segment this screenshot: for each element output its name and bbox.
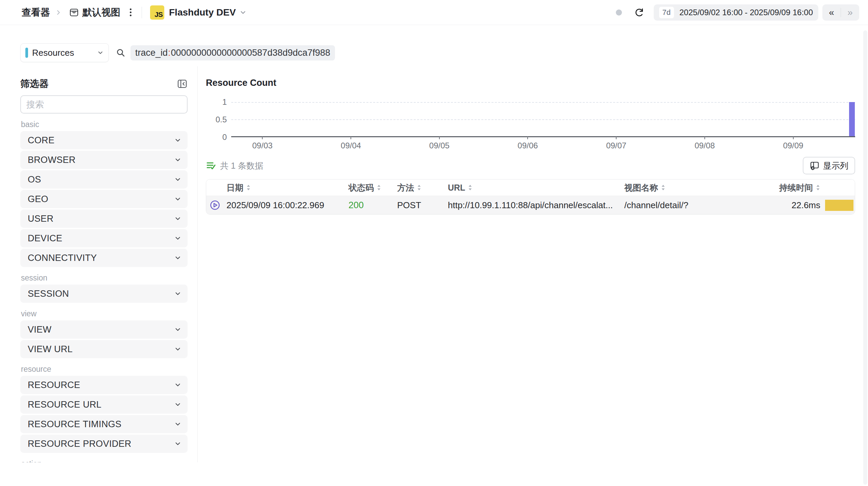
chart-title: Resource Count <box>206 78 855 89</box>
chevron-down-icon <box>174 345 182 353</box>
column-label: URL <box>448 183 465 193</box>
filter-accordion-core[interactable]: CORE <box>20 131 188 149</box>
accordion-label: RESOURCE TIMINGS <box>28 419 121 430</box>
column-label: 持续时间 <box>779 182 813 193</box>
column-header-duration[interactable]: 持续时间 <box>767 182 822 193</box>
table-header: 日期 状态码 方法 URL 视图名称 持续时间 <box>206 179 855 196</box>
chevron-down-icon <box>174 440 182 447</box>
column-label: 状态码 <box>348 182 374 193</box>
column-header-status[interactable]: 状态码 <box>346 182 394 193</box>
scope-color-bar <box>25 48 28 58</box>
filters-sidebar: 筛选器 basic CORE BROWSER OS GEO USER DEVIC… <box>0 66 198 462</box>
display-columns-button[interactable]: 显示列 <box>803 157 855 174</box>
filters-title: 筛选器 <box>20 77 49 90</box>
accordion-label: RESOURCE <box>28 380 80 390</box>
filter-accordion-resource[interactable]: RESOURCE <box>20 376 188 394</box>
accordion-label: GEO <box>28 194 48 204</box>
scope-select[interactable]: Resources <box>20 43 109 62</box>
session-replay-play-icon[interactable] <box>206 200 224 210</box>
accordion-label: RESOURCE PROVIDER <box>28 439 131 449</box>
app-selector[interactable]: Flashduty DEV <box>169 7 236 18</box>
search-token-trace-id[interactable]: trace_id:0000000000000000587d38d9dca7f98… <box>130 45 335 60</box>
chart-plot[interactable]: 09/03 09/04 09/05 09/06 09/07 09/08 09/0… <box>231 102 855 137</box>
chevron-down-icon <box>174 215 182 222</box>
app-chevron-down-icon[interactable] <box>239 9 247 16</box>
filter-accordion-session[interactable]: SESSION <box>20 285 188 303</box>
refresh-icon[interactable] <box>633 7 645 18</box>
filter-accordion-resource-url[interactable]: RESOURCE URL <box>20 395 188 414</box>
filter-group-label-resource: resource <box>21 365 188 373</box>
page-scrollbar[interactable] <box>863 30 867 485</box>
result-count-text: 共 1 条数据 <box>220 160 263 171</box>
accordion-label: BROWSER <box>28 155 76 165</box>
resource-count-chart: 1 0.5 0 09/03 09/04 09/05 09/06 09/07 <box>206 102 855 137</box>
sort-icon <box>246 184 251 191</box>
accordion-label: VIEW URL <box>28 344 73 355</box>
filter-accordion-connectivity[interactable]: CONNECTIVITY <box>20 249 188 267</box>
filter-accordion-user[interactable]: USER <box>20 210 188 228</box>
filter-accordion-resource-provider[interactable]: RESOURCE PROVIDER <box>20 435 188 453</box>
x-tick <box>793 136 794 139</box>
breadcrumb-root[interactable]: 查看器 <box>22 6 50 19</box>
result-count: 共 1 条数据 <box>206 160 263 171</box>
time-forward-button[interactable]: » <box>841 4 859 21</box>
scope-chevron-down-icon <box>97 49 104 56</box>
y-tick-label: 0 <box>222 132 227 142</box>
column-label: 日期 <box>226 182 243 193</box>
filter-accordion-os[interactable]: OS <box>20 170 188 189</box>
gridline <box>231 119 855 120</box>
column-header-date[interactable]: 日期 <box>224 182 346 193</box>
sort-icon <box>661 184 666 191</box>
x-tick <box>704 136 705 139</box>
filter-accordion-view-url[interactable]: VIEW URL <box>20 340 188 358</box>
column-header-view-name[interactable]: 视图名称 <box>622 182 767 193</box>
top-bar: 查看器 默认视图 JS Flashduty DEV 7d 2025/09/02 … <box>0 0 868 25</box>
accordion-label: VIEW <box>28 324 51 335</box>
filter-accordion-view[interactable]: VIEW <box>20 320 188 339</box>
columns-gear-icon <box>810 161 820 171</box>
x-tick-label: 09/09 <box>783 141 803 150</box>
filters-search-field[interactable] <box>20 95 188 114</box>
column-header-method[interactable]: 方法 <box>394 182 445 193</box>
x-tick-label: 09/07 <box>606 141 626 150</box>
x-tick-label: 09/04 <box>341 141 361 150</box>
chart-bar[interactable] <box>849 102 855 136</box>
y-tick-label: 0.5 <box>216 115 227 124</box>
chevron-down-icon <box>174 156 182 164</box>
x-tick-label: 09/03 <box>252 141 272 150</box>
saved-view-selector[interactable]: 默认视图 <box>69 6 120 19</box>
column-label: 方法 <box>397 182 414 193</box>
cell-status-code: 200 <box>346 200 394 211</box>
x-tick <box>616 136 617 139</box>
time-range-label: 2025/09/02 16:00 - 2025/09/09 16:00 <box>679 8 813 17</box>
filter-accordion-geo[interactable]: GEO <box>20 190 188 208</box>
filter-group-label-basic: basic <box>21 120 188 128</box>
x-tick-label: 09/08 <box>695 141 715 150</box>
chevron-down-icon <box>174 176 182 183</box>
time-back-button[interactable]: « <box>822 4 841 21</box>
gridline <box>231 102 855 103</box>
accordion-label: OS <box>28 174 41 185</box>
filters-collapse-icon[interactable] <box>177 78 188 89</box>
column-header-url[interactable]: URL <box>445 183 622 193</box>
table-row[interactable]: 2025/09/09 16:00:22.969 200 POST http://… <box>206 196 855 214</box>
filter-accordion-resource-timings[interactable]: RESOURCE TIMINGS <box>20 415 188 433</box>
kebab-menu-icon[interactable] <box>128 6 134 18</box>
filters-search-input[interactable] <box>26 99 182 110</box>
list-check-icon <box>206 161 216 171</box>
accordion-label: SESSION <box>28 289 69 299</box>
search-bar: Resources trace_id:0000000000000000587d3… <box>20 43 855 62</box>
time-range-picker[interactable]: 7d 2025/09/02 16:00 - 2025/09/09 16:00 <box>654 4 819 21</box>
filter-accordion-browser[interactable]: BROWSER <box>20 151 188 169</box>
chevron-down-icon <box>174 235 182 242</box>
accordion-label: RESOURCE URL <box>28 399 101 410</box>
search-input[interactable]: trace_id:0000000000000000587d38d9dca7f98… <box>116 43 855 62</box>
filter-accordion-device[interactable]: DEVICE <box>20 229 188 247</box>
x-tick-label: 09/05 <box>429 141 450 150</box>
x-tick <box>439 136 440 139</box>
duration-bar <box>825 200 853 211</box>
accordion-label: DEVICE <box>28 233 62 244</box>
token-separator: : <box>168 48 171 58</box>
search-icon <box>116 48 126 58</box>
x-tick <box>262 136 263 139</box>
